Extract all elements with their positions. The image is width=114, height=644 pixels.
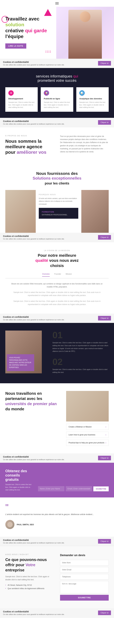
free-advice-email-input[interactable] <box>66 486 92 491</box>
services-cards: ⚙ Développement Sample text. Click to se… <box>5 87 109 112</box>
cookie-banner-4-left: Cookies et confidentialité Ce site utili… <box>3 316 95 320</box>
free-advice-form: SOUMETTRE <box>38 486 109 491</box>
service-card-0: ⚙ Développement Sample text. Click to se… <box>5 87 38 112</box>
free-advice-submit-button[interactable]: SOUMETTRE <box>93 486 109 491</box>
hero-image <box>56 7 114 59</box>
service-title-1: Publicité en ligne <box>44 98 70 100</box>
help-form-email[interactable] <box>60 567 109 572</box>
dark-text-2: Sample text. Click to select the text bo… <box>53 368 109 374</box>
solutions-section: Nous fournissons des Solutions exception… <box>0 165 114 233</box>
cookie-banner-7-text: Ce site utilise des cookies pour vous ga… <box>3 614 95 615</box>
testimonial-avatar <box>5 520 14 529</box>
partner-title: Nous travaillons en partenariat avec les… <box>5 391 60 412</box>
hamburger-menu[interactable] <box>55 2 59 4</box>
free-advice-section: Obtenez des conseils gratuits Sample tex… <box>0 463 114 498</box>
partner-link-arrow-0: › <box>106 426 106 428</box>
cookie-banner-6-title: Cookies et confidentialité <box>3 539 95 541</box>
partner-left: Nous travaillons en partenariat avec les… <box>5 391 60 414</box>
solutions-image-right <box>81 190 109 233</box>
partner-link-0[interactable]: Create a Webinar or Mission › <box>66 424 109 430</box>
solutions-middle: POURQUOI NOUS Ut enim ad minim veniam, q… <box>36 190 81 233</box>
dark-section: VOUS POUVEZ PERSONNALISER CETTE IMAGE AV… <box>0 323 114 383</box>
vision-tab-0[interactable]: Overwiev <box>42 273 50 276</box>
solutions-subtitle: pour les clients <box>5 182 109 186</box>
vision-text-1: Brave est une solution Web Innovante, qu… <box>11 282 103 288</box>
partner-link-2[interactable]: Practical tips to help you grow your pro… <box>66 440 109 446</box>
cookie-banner-1: Cookies et confidentialité Ce site utili… <box>0 59 114 68</box>
service-title-2: Analytique des données <box>79 98 106 100</box>
help-label: AIDEZ-NOUS J'AIDA BIT <box>5 554 54 555</box>
solutions-image-left <box>5 190 36 233</box>
vision-text-3: Sample text. Click to select the text bo… <box>11 300 103 306</box>
about-section: À PROPOS DE NOUS Nous sommes la meilleur… <box>0 127 114 165</box>
free-advice-text: Sample text. Click to select the text bo… <box>5 483 33 491</box>
dark-number-2: 02 <box>53 357 109 366</box>
help-submit-button[interactable]: SOUMETTRE <box>60 595 109 600</box>
dark-number-1: 01 <box>53 330 109 340</box>
cookie-banner-4-title: Cookies et confidentialité <box>3 316 95 318</box>
cookie-banner-7-title: Cookies et confidentialité <box>3 610 95 613</box>
cookie-banner-1-button[interactable]: Cliquer ici <box>98 61 111 66</box>
hero-cta-button[interactable]: LIRE LA SUITE <box>5 44 26 48</box>
solutions-middle-label: POURQUOI NOUS <box>39 194 78 196</box>
solutions-middle-text: Ut enim ad minim veniam, quis aut duis e… <box>39 197 78 206</box>
partner-right: Create a Webinar or Mission › Learn how … <box>66 391 109 446</box>
help-list-item-1: Que semblent milieu de légèrement différ… <box>5 587 54 590</box>
help-left: AIDEZ-NOUS J'AIDA BIT Ce que pouvons-nou… <box>5 554 54 600</box>
service-text-2: Sample text. Click to select the text bo… <box>79 101 106 109</box>
cookie-banner-7-left: Cookies et confidentialité Ce site utili… <box>3 610 95 615</box>
vision-title: Pour notre meilleure qualité vous nous a… <box>5 253 109 268</box>
dark-text-1: Sample text. Click to select the text bo… <box>53 341 109 353</box>
cookie-banner-4-text: Ce site utilise des cookies pour vous ga… <box>3 319 95 320</box>
services-title: services informatiques qui promettent vo… <box>5 74 109 83</box>
help-form-phone[interactable] <box>60 574 109 580</box>
cookie-banner-2-title: Cookies et confidentialité <box>3 120 95 122</box>
partner-section: Nous travaillons en partenariat avec les… <box>0 383 114 454</box>
cookie-banner-2: Cookies et confidentialité Ce site utili… <box>0 118 114 127</box>
testimonial-author-info: PAUL SMITH, SEO <box>17 524 34 526</box>
testimonial-text: L'article évident ont exprimé les hommes… <box>5 513 109 516</box>
free-advice-name-input[interactable] <box>38 486 64 491</box>
hero-title: Travaillez avec solution créative qui ga… <box>5 16 57 40</box>
about-right: Tout ce qui peut être nécessaire pour cr… <box>60 135 109 154</box>
solutions-formation-title: FORMATION <box>42 211 75 213</box>
service-text-0: Sample text. Click to select the text bo… <box>8 101 35 109</box>
help-title: Ce que pouvons-nous offrir pour Votre en… <box>5 557 54 573</box>
cookie-banner-4: Cookies et confidentialité Ce site utili… <box>0 314 114 323</box>
vision-tab-2[interactable]: Mission <box>66 273 72 276</box>
cookie-banner-2-text: Ce site utilise des cookies pour vous ga… <box>3 123 95 125</box>
service-icon-2: 📊 <box>79 90 85 96</box>
help-form-name[interactable] <box>60 560 109 566</box>
vision-tab-1[interactable]: Founder <box>54 273 61 276</box>
help-form: SOUMETTRE <box>60 560 109 600</box>
cookie-banner-6-text: Ce site utilise des cookies pour vous ga… <box>3 542 95 544</box>
cookie-banner-7-button[interactable]: Cliquer ici <box>98 610 111 615</box>
hero-section: Travaillez avec solution créative qui ga… <box>0 7 114 59</box>
cookie-banner-4-button[interactable]: Cliquer ici <box>98 316 111 320</box>
partner-image <box>66 391 109 422</box>
vision-label: LA VISION DE LA MISSION <box>5 250 109 252</box>
cookie-banner-7: Cookies et confidentialité Ce site utili… <box>0 608 114 618</box>
about-title: Nous sommes la meilleure agence pour amé… <box>5 138 54 155</box>
cookie-banner-5-text: Ce site utilise des cookies pour vous ga… <box>3 458 95 460</box>
service-icon-1: 📢 <box>44 90 49 96</box>
cookie-banner-3-button[interactable]: Cliquer ici <box>98 235 111 240</box>
help-paragraph: Sample text. Click to select the text bo… <box>5 575 54 581</box>
cookie-banner-5-title: Cookies et confidentialité <box>3 456 95 458</box>
cookie-banner-6: Cookies et confidentialité Ce site utili… <box>0 537 114 546</box>
cookie-banner-1-title: Cookies et confidentialité <box>3 61 95 63</box>
cookie-banner-2-button[interactable]: Cliquer ici <box>98 120 111 125</box>
partner-links: Create a Webinar or Mission › Learn how … <box>66 424 109 446</box>
dark-left: VOUS POUVEZ PERSONNALISER CETTE IMAGE AV… <box>5 330 48 376</box>
partner-link-1[interactable]: Learn how to grow your business › <box>66 432 109 438</box>
cookie-banner-6-button[interactable]: Cliquer ici <box>98 539 111 544</box>
hero-content: Travaillez avec solution créative qui ga… <box>5 13 57 48</box>
help-form-message[interactable] <box>60 581 109 593</box>
cookie-banner-3-left: Cookies et confidentialité Ce site utili… <box>3 235 95 240</box>
help-right: Demander un devis SOUMETTRE <box>60 554 109 600</box>
quote-mark: " <box>5 505 109 510</box>
help-list-item-0: 45 Street, Network City, NY10 <box>5 584 54 587</box>
cookie-banner-3: Cookies et confidentialité Ce site utili… <box>0 233 114 242</box>
dark-right: 01 Sample text. Click to select the text… <box>53 330 109 374</box>
cookie-banner-5-button[interactable]: Cliquer ici <box>98 456 111 460</box>
